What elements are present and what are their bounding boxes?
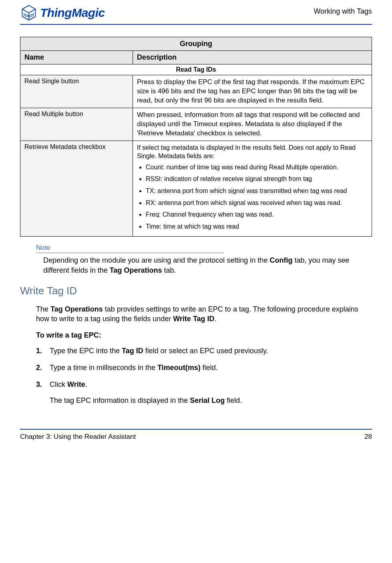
table-section-title: Read Tag IDs	[20, 64, 372, 75]
procedure-title: To write a tag EPC:	[36, 331, 372, 340]
step-item: Type the EPC into the Tag ID field or se…	[36, 346, 372, 356]
note-text: Depending on the module you are using an…	[43, 255, 372, 275]
table-row: Retrieve Metadata checkbox If select tag…	[20, 141, 372, 237]
note-label: Note	[36, 244, 50, 253]
note-block: Note Depending on the module you are usi…	[36, 244, 372, 275]
table-title: Grouping	[20, 37, 372, 51]
metadata-list: Count: number of time tag was read durin…	[137, 163, 368, 231]
list-item: Freq: Channel frequency when tag was rea…	[146, 210, 368, 219]
procedure-steps: Type the EPC into the Tag ID field or se…	[36, 346, 372, 390]
write-tag-id-heading: Write Tag ID	[20, 285, 372, 297]
row-name: Retrieve Metadata checkbox	[20, 141, 133, 237]
list-item: RX: antenna port from which signal was r…	[146, 199, 368, 207]
step-item: Click Write.	[36, 380, 372, 389]
header-rule	[20, 24, 372, 25]
header-section-title: Working with Tags	[314, 4, 372, 16]
page-header: ThingMagic Working with Tags	[20, 4, 372, 22]
row-desc: If select tag metadata is displayed in t…	[133, 141, 372, 237]
footer-rule	[20, 429, 372, 430]
metadata-intro: If select tag metadata is displayed in t…	[137, 143, 368, 161]
row-desc: When pressed, information from all tags …	[133, 108, 372, 141]
list-item: Time: time at which tag was read	[146, 222, 368, 231]
row-desc: Press to display the EPC of the first ta…	[133, 75, 372, 108]
table-col-name: Name	[20, 51, 133, 64]
step-item: Type a time in milliseconds in the Timeo…	[36, 363, 372, 372]
write-intro: The Tag Operations tab provides settings…	[36, 304, 372, 324]
table-row: Read Single button Press to display the …	[20, 75, 372, 108]
page-footer: Chapter 3: Using the Reader Assistant 28	[20, 433, 372, 441]
thingmagic-cube-icon	[20, 4, 38, 22]
list-item: TX: antenna port from which signal was t…	[146, 187, 368, 195]
table-row: Read Multiple button When pressed, infor…	[20, 108, 372, 141]
list-item: Count: number of time tag was read durin…	[146, 163, 368, 172]
row-name: Read Multiple button	[20, 108, 133, 141]
footer-chapter: Chapter 3: Using the Reader Assistant	[20, 433, 136, 441]
brand-logo: ThingMagic	[20, 4, 105, 22]
row-name: Read Single button	[20, 75, 133, 108]
list-item: RSSI: indication of relative receive sig…	[146, 175, 368, 183]
procedure-result: The tag EPC information is displayed in …	[50, 396, 372, 405]
grouping-table: Grouping Name Description Read Tag IDs R…	[20, 37, 372, 237]
table-col-description: Description	[133, 51, 372, 64]
brand-name: ThingMagic	[40, 6, 105, 20]
footer-page-number: 28	[364, 433, 372, 441]
